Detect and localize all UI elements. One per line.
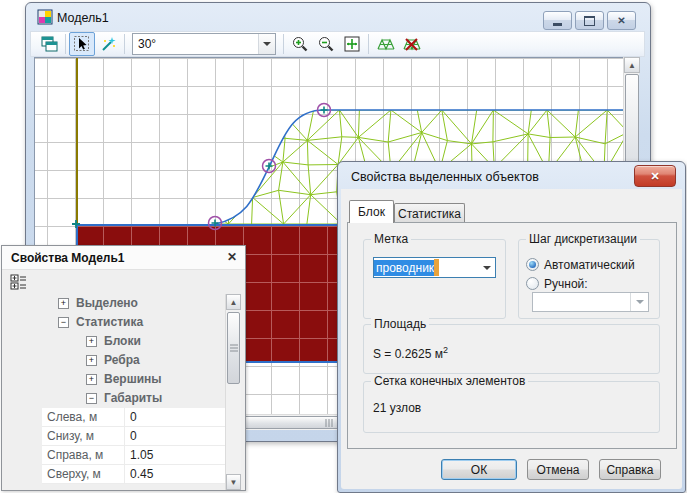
tree-leaf-row[interactable]: Снизу, м0 bbox=[2, 427, 225, 446]
select-cursor-icon bbox=[73, 35, 91, 53]
tree-category-row[interactable]: +Выделено bbox=[2, 294, 225, 313]
panel-vscrollbar[interactable]: ▲ ▼ bbox=[225, 294, 241, 490]
auto-radio-label[interactable]: Автоматический bbox=[544, 258, 635, 272]
build-mesh-icon bbox=[376, 35, 395, 53]
magic-wand-button[interactable] bbox=[95, 32, 121, 56]
properties-panel-titlebar[interactable]: Свойства Модель1 ✕ bbox=[2, 246, 245, 270]
close-button[interactable]: ✕ bbox=[607, 11, 636, 30]
help-button[interactable]: Справка bbox=[599, 459, 661, 480]
metka-value: проводник bbox=[374, 260, 434, 276]
mesh-nodes-value: 21 узлов bbox=[373, 401, 421, 415]
toolbar-separator bbox=[283, 34, 284, 54]
tree-category-label: Ребра bbox=[104, 353, 140, 367]
zoom-window-button[interactable] bbox=[339, 32, 365, 56]
area-group-label: Площадь bbox=[371, 317, 429, 331]
maximize-button[interactable] bbox=[575, 11, 604, 30]
zoom-out-button[interactable] bbox=[313, 32, 339, 56]
tree-category-row[interactable]: +Блоки bbox=[2, 332, 225, 351]
metka-dropdown-button[interactable] bbox=[478, 258, 495, 277]
angle-dropdown-button[interactable] bbox=[258, 34, 275, 54]
vertex-cross-icon bbox=[212, 220, 219, 227]
leaf-value[interactable]: 0 bbox=[130, 429, 137, 443]
main-titlebar[interactable]: Модель1 ✕ bbox=[27, 4, 649, 31]
panel-close-button[interactable]: ✕ bbox=[227, 250, 237, 264]
zoom-window-icon bbox=[343, 35, 361, 53]
tree-category-row[interactable]: −Статистика bbox=[2, 313, 225, 332]
metka-combobox[interactable]: проводник bbox=[373, 257, 496, 278]
window-properties-button[interactable] bbox=[36, 32, 62, 56]
remove-mesh-button[interactable] bbox=[398, 32, 424, 56]
expand-icon[interactable]: + bbox=[58, 298, 69, 309]
vertex-cross-icon bbox=[72, 220, 80, 228]
toolbar-separator bbox=[368, 34, 369, 54]
leaf-label: Слева, м bbox=[47, 410, 97, 424]
selected-objects-dialog: Свойства выделенных объектов ✕ Блок Стат… bbox=[337, 161, 686, 493]
window-title: Модель1 bbox=[57, 11, 109, 25]
angle-value: 30° bbox=[133, 37, 258, 51]
ok-button[interactable]: ОК bbox=[441, 459, 517, 480]
leaf-value[interactable]: 1.05 bbox=[130, 448, 153, 462]
maximize-icon bbox=[584, 16, 595, 26]
arrow-up-icon: ▲ bbox=[230, 298, 238, 307]
tree-category-label: Статистика bbox=[76, 315, 143, 329]
manual-radio[interactable] bbox=[526, 277, 539, 290]
zoom-out-icon bbox=[317, 35, 335, 53]
column-divider bbox=[124, 408, 125, 427]
tree-category-label: Выделено bbox=[76, 296, 138, 310]
main-toolbar: 30° bbox=[30, 31, 645, 57]
collapse-icon[interactable]: − bbox=[86, 393, 97, 404]
zoom-in-icon bbox=[291, 35, 309, 53]
chevron-down-icon bbox=[636, 300, 644, 304]
tree-leaf-row[interactable]: Справа, м1.05 bbox=[2, 446, 225, 465]
column-divider bbox=[124, 465, 125, 484]
expand-icon[interactable]: + bbox=[86, 355, 97, 366]
select-tool-button[interactable] bbox=[69, 32, 95, 56]
tree-category-row[interactable]: +Вершины bbox=[2, 370, 225, 389]
tree-category-label: Вершины bbox=[104, 372, 162, 386]
tab-statistika[interactable]: Статистика bbox=[394, 203, 465, 223]
scroll-up-button[interactable]: ▲ bbox=[226, 294, 241, 310]
tree-category-row[interactable]: +Ребра bbox=[2, 351, 225, 370]
categorized-view-icon bbox=[10, 273, 27, 290]
metka-group: Метка bbox=[363, 239, 506, 319]
leaf-label: Снизу, м bbox=[47, 429, 94, 443]
text-caret bbox=[434, 259, 439, 276]
window-properties-icon bbox=[40, 35, 58, 53]
leaf-value[interactable]: 0 bbox=[130, 410, 137, 424]
expand-icon[interactable]: + bbox=[86, 336, 97, 347]
auto-radio[interactable] bbox=[526, 258, 539, 271]
panel-scroll-thumb[interactable] bbox=[227, 312, 240, 384]
manual-step-combobox bbox=[532, 292, 649, 312]
arrow-up-icon: ▲ bbox=[628, 61, 636, 70]
column-divider bbox=[124, 427, 125, 446]
model-icon bbox=[37, 9, 53, 28]
scroll-up-button[interactable]: ▲ bbox=[624, 57, 640, 73]
magic-wand-icon bbox=[99, 35, 117, 53]
manual-radio-label[interactable]: Ручной: bbox=[544, 277, 588, 291]
dialog-close-button[interactable]: ✕ bbox=[634, 165, 676, 187]
leaf-value[interactable]: 0.45 bbox=[130, 467, 153, 481]
dialog-titlebar[interactable]: Свойства выделенных объектов bbox=[339, 163, 684, 190]
properties-tree[interactable]: +Выделено−Статистика+Блоки+Ребра+Вершины… bbox=[2, 294, 225, 490]
manual-step-dropdown-button bbox=[630, 293, 648, 311]
scroll-down-button[interactable]: ▼ bbox=[226, 474, 241, 490]
tree-category-row[interactable]: −Габариты bbox=[2, 389, 225, 408]
tab-blok[interactable]: Блок bbox=[349, 200, 394, 223]
toolbar-separator bbox=[65, 34, 66, 54]
build-mesh-button[interactable] bbox=[372, 32, 398, 56]
angle-combobox[interactable]: 30° bbox=[132, 33, 276, 55]
tree-leaf-row[interactable]: Сверху, м0.45 bbox=[2, 465, 225, 484]
scroll-grip bbox=[230, 345, 238, 352]
collapse-icon[interactable]: − bbox=[58, 317, 69, 328]
zoom-in-button[interactable] bbox=[287, 32, 313, 56]
tree-category-label: Блоки bbox=[104, 334, 141, 348]
dialog-client-area: Блок Статистика Метка проводник Шаг диск… bbox=[341, 189, 682, 489]
chevron-down-icon bbox=[483, 266, 491, 270]
categorized-view-button[interactable] bbox=[10, 273, 27, 290]
minimize-button[interactable] bbox=[543, 11, 572, 30]
tree-leaf-row[interactable]: Слева, м0 bbox=[2, 408, 225, 427]
expand-icon[interactable]: + bbox=[86, 374, 97, 385]
chevron-down-icon bbox=[263, 42, 271, 46]
cancel-button[interactable]: Отмена bbox=[527, 459, 589, 480]
leaf-label: Справа, м bbox=[47, 448, 103, 462]
